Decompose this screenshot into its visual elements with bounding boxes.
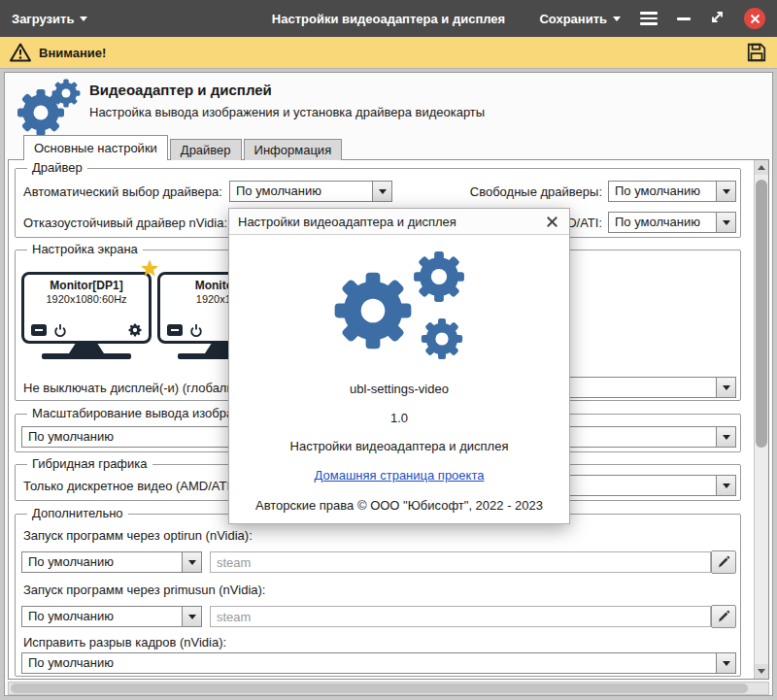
group-extra: Дополнительно Запуск программ через opti… xyxy=(15,514,741,677)
tab-bar: Основные настройки Драйвер Информация xyxy=(23,135,344,160)
minimize-button[interactable] xyxy=(677,17,691,20)
combobox-arrow-button[interactable] xyxy=(182,552,201,572)
group-screen-legend: Настройка экрана xyxy=(27,242,143,257)
about-dialog: Настройки видеоадаптера и дисплея ubl-se… xyxy=(228,208,570,524)
optirun-label: Запуск программ через optirun (nVidia): xyxy=(23,528,253,543)
group-extra-legend: Дополнительно xyxy=(27,506,128,521)
load-button-label: Загрузить xyxy=(12,12,74,26)
monitor-base xyxy=(42,353,131,359)
combobox-arrow-button[interactable] xyxy=(716,476,735,495)
close-icon xyxy=(750,14,760,24)
monitor-screen: Monitor[DP1] 1920x1080:60Hz xyxy=(21,272,152,344)
combobox-arrow-button[interactable] xyxy=(716,378,735,397)
monitor-mode: 1920x1080:60Hz xyxy=(24,293,149,305)
driver-auto-select-label: Автоматический выбор драйвера: xyxy=(23,184,222,199)
copyright-text: Авторские права © ООО "Юбисофт", 2022 - … xyxy=(229,498,569,513)
chevron-down-icon xyxy=(188,615,196,619)
close-button[interactable] xyxy=(744,8,765,29)
combobox-arrow-button[interactable] xyxy=(716,653,735,673)
primusrun-combobox[interactable]: По умолчанию xyxy=(21,606,202,627)
page-subtitle: Настройка вывода изображения и установка… xyxy=(89,105,485,119)
close-icon xyxy=(546,216,558,228)
display-toggle-icon[interactable] xyxy=(31,324,47,336)
combobox-arrow-button[interactable] xyxy=(716,182,735,201)
free-drivers-label: Свободные драйверы: xyxy=(470,184,602,199)
save-config-button[interactable] xyxy=(746,42,767,63)
warning-bar: Внимание! xyxy=(0,37,777,69)
discrete-video-label: Только дискретное видео (AMD/ATI xyxy=(23,479,230,493)
tab-driver[interactable]: Драйвер xyxy=(170,139,242,160)
primusrun-program-input[interactable] xyxy=(210,606,711,627)
monitor-stand xyxy=(69,344,104,353)
app-version: 1.0 xyxy=(229,411,569,425)
app-description: Настройки видеоадаптера и дисплея xyxy=(229,439,569,453)
floppy-icon xyxy=(746,42,767,63)
primusrun-edit-button[interactable] xyxy=(711,605,736,628)
power-icon[interactable] xyxy=(189,323,203,337)
horizontal-scrollbar[interactable] xyxy=(8,682,769,695)
combobox-arrow-button[interactable] xyxy=(372,182,391,201)
chevron-down-icon xyxy=(723,661,730,666)
about-gears-icon xyxy=(315,247,485,365)
gear-icon xyxy=(128,323,142,337)
save-button-label: Сохранить xyxy=(539,12,607,26)
chevron-down-icon xyxy=(723,385,730,390)
page-title: Видеоадаптер и дисплей xyxy=(89,82,272,98)
app-window: Загрузить Настройки видеоадаптера и дисп… xyxy=(0,0,777,700)
failsafe-driver-label: Отказоустойчивый драйвер nVidia: xyxy=(23,216,227,230)
warning-text: Внимание! xyxy=(39,46,106,60)
vertical-scrollbar[interactable] xyxy=(754,160,768,679)
chevron-down-icon xyxy=(723,435,730,440)
optirun-combobox[interactable]: По умолчанию xyxy=(21,551,202,573)
group-scaling-legend: Масштабирование вывода изображ xyxy=(27,406,247,421)
group-driver-legend: Драйвер xyxy=(27,160,87,176)
driver-auto-select-combobox[interactable]: По умолчанию xyxy=(229,181,392,202)
tab-info[interactable]: Информация xyxy=(244,139,343,160)
scroll-up-button[interactable] xyxy=(755,160,768,175)
dialog-titlebar: Настройки видеоадаптера и дисплея xyxy=(229,209,569,235)
app-icon xyxy=(14,78,82,139)
monitor-name: Monitor[DP1] xyxy=(24,279,149,292)
primusrun-label: Запуск программ через primusun (nVidia): xyxy=(23,583,265,597)
scroll-down-button[interactable] xyxy=(755,664,768,679)
tearing-fix-label: Исправить разрыв кадров (nVidia): xyxy=(23,635,226,650)
group-hybrid-legend: Гибридная графика xyxy=(27,456,152,472)
warning-icon xyxy=(10,43,31,62)
scrollbar-thumb[interactable] xyxy=(756,180,767,448)
display-toggle-icon[interactable] xyxy=(167,324,183,336)
maximize-button[interactable] xyxy=(710,10,725,27)
pencil-icon xyxy=(717,555,730,569)
amd-ati-combobox[interactable]: По умолчанию xyxy=(608,212,736,233)
chevron-down-icon xyxy=(723,220,730,225)
menu-button[interactable] xyxy=(640,12,658,25)
chevron-down-icon xyxy=(188,560,196,565)
free-drivers-combobox[interactable]: По умолчанию xyxy=(608,181,736,202)
save-button[interactable]: Сохранить xyxy=(539,12,621,26)
combobox-arrow-button[interactable] xyxy=(716,427,735,447)
dialog-close-button[interactable] xyxy=(544,214,560,230)
scrollbar-thumb[interactable] xyxy=(11,683,748,693)
optirun-program-input[interactable] xyxy=(210,551,711,573)
combobox-arrow-button[interactable] xyxy=(716,213,735,232)
homepage-link[interactable]: Домашняя страница проекта xyxy=(315,468,485,483)
app-name: ubl-settings-video xyxy=(229,382,569,396)
monitor-settings-button[interactable] xyxy=(128,323,142,337)
tab-main-settings[interactable]: Основные настройки xyxy=(23,135,168,160)
dialog-body: ubl-settings-video 1.0 Настройки видеоад… xyxy=(229,235,569,513)
load-button[interactable]: Загрузить xyxy=(12,12,87,26)
combobox-arrow-button[interactable] xyxy=(182,607,201,626)
optirun-edit-button[interactable] xyxy=(711,550,736,574)
dialog-title: Настройки видеоадаптера и дисплея xyxy=(238,215,456,229)
tearing-fix-combobox[interactable]: По умолчанию xyxy=(21,652,736,674)
monitor-card-1[interactable]: Monitor[DP1] 1920x1080:60Hz xyxy=(21,272,152,359)
chevron-down-icon xyxy=(80,17,87,21)
pencil-icon xyxy=(717,610,730,623)
chevron-down-icon xyxy=(613,17,621,21)
chevron-down-icon xyxy=(379,189,387,194)
triangle-up-icon xyxy=(758,165,765,170)
titlebar: Загрузить Настройки видеоадаптера и дисп… xyxy=(0,0,777,37)
power-icon[interactable] xyxy=(53,323,67,337)
chevron-down-icon xyxy=(723,189,730,194)
keep-display-on-label: Не выключать дисплей(-и) (глобаль xyxy=(23,381,233,395)
expand-icon xyxy=(710,10,725,24)
